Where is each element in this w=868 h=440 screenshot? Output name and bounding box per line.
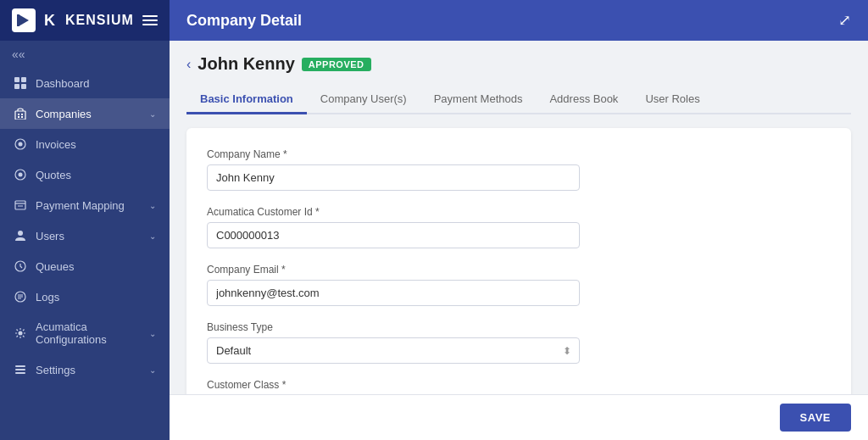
svg-rect-1 <box>17 14 19 26</box>
expand-icon[interactable]: ⤢ <box>838 11 851 30</box>
content-area: ‹ John Kenny APPROVED Basic Information … <box>170 41 868 394</box>
svg-point-14 <box>19 173 23 177</box>
sidebar-item-companies[interactable]: Companies ⌄ <box>0 98 170 129</box>
payment-mapping-icon <box>14 198 27 212</box>
company-name-input[interactable] <box>207 164 580 191</box>
main-area: Company Detail ⤢ ‹ John Kenny APPROVED B… <box>170 0 868 440</box>
sidebar-item-users-label: Users <box>36 230 141 242</box>
company-name-group: Company Name * <box>207 148 831 191</box>
svg-rect-15 <box>15 201 25 209</box>
acumatica-id-label: Acumatica Customer Id * <box>207 206 831 218</box>
sidebar-item-companies-label: Companies <box>36 108 141 120</box>
svg-rect-8 <box>21 114 23 115</box>
logo-icon <box>12 8 36 32</box>
svg-rect-2 <box>14 77 19 82</box>
sidebar: K KENSIUM «« Dashboard <box>0 0 170 440</box>
sidebar-item-users[interactable]: Users ⌄ <box>0 220 170 251</box>
tab-basic-information[interactable]: Basic Information <box>186 86 307 114</box>
company-name-label: Company Name * <box>207 148 831 160</box>
settings-chevron: ⌄ <box>149 365 156 375</box>
tab-company-users[interactable]: Company User(s) <box>307 86 420 114</box>
business-type-label: Business Type <box>207 321 831 333</box>
users-chevron: ⌄ <box>149 231 156 241</box>
svg-rect-6 <box>15 111 25 120</box>
logs-icon <box>14 290 27 304</box>
sidebar-item-logs[interactable]: Logs <box>0 281 170 312</box>
svg-point-18 <box>18 231 23 236</box>
customer-class-label: Customer Class * <box>207 379 831 391</box>
k-letter: K <box>44 12 55 30</box>
company-name-heading: John Kenny <box>198 54 294 74</box>
sidebar-item-payment-mapping-label: Payment Mapping <box>36 199 141 212</box>
company-email-group: Company Email * <box>207 264 831 306</box>
logo-text: KENSIUM <box>65 13 134 28</box>
tab-address-book[interactable]: Address Book <box>536 86 632 114</box>
sidebar-item-dashboard-label: Dashboard <box>36 77 156 90</box>
sidebar-header: K KENSIUM <box>0 0 170 41</box>
companies-chevron: ⌄ <box>149 109 156 119</box>
sidebar-item-dashboard[interactable]: Dashboard <box>0 68 170 98</box>
svg-rect-7 <box>18 114 19 115</box>
back-arrow[interactable]: ‹ <box>186 57 191 72</box>
sidebar-item-acumatica-label: Acumatica Configurations <box>36 320 141 346</box>
status-badge: APPROVED <box>302 58 371 71</box>
breadcrumb: ‹ John Kenny APPROVED <box>186 54 851 74</box>
svg-point-12 <box>19 142 23 147</box>
sidebar-item-queues[interactable]: Queues <box>0 251 170 281</box>
sidebar-item-payment-mapping[interactable]: Payment Mapping ⌄ <box>0 190 170 220</box>
svg-rect-4 <box>14 84 19 89</box>
sidebar-item-quotes[interactable]: Quotes <box>0 159 170 190</box>
svg-rect-10 <box>21 116 23 118</box>
acumatica-chevron: ⌄ <box>149 329 156 338</box>
companies-icon <box>14 107 27 120</box>
sidebar-nav: Dashboard Companies ⌄ <box>0 64 170 440</box>
svg-rect-5 <box>21 84 26 89</box>
company-email-label: Company Email * <box>207 264 831 276</box>
business-type-select-wrapper: Default Wholesale Retail <box>207 337 580 364</box>
svg-rect-27 <box>15 372 25 374</box>
sidebar-item-settings[interactable]: Settings ⌄ <box>0 354 170 385</box>
users-icon <box>14 229 27 242</box>
acumatica-icon <box>14 326 27 340</box>
sidebar-item-acumatica[interactable]: Acumatica Configurations ⌄ <box>0 312 170 354</box>
business-type-select[interactable]: Default Wholesale Retail <box>207 337 580 364</box>
business-type-group: Business Type Default Wholesale Retail <box>207 321 831 364</box>
sidebar-item-invoices-label: Invoices <box>36 138 156 151</box>
sidebar-collapse[interactable]: «« <box>0 41 170 64</box>
customer-class-group: Customer Class * Domestic Customers Inte… <box>207 379 831 394</box>
sidebar-item-logs-label: Logs <box>36 291 156 304</box>
form-card: Company Name * Acumatica Customer Id * C… <box>186 128 851 394</box>
sidebar-item-settings-label: Settings <box>36 364 141 376</box>
sidebar-item-invoices[interactable]: Invoices <box>0 129 170 159</box>
acumatica-id-group: Acumatica Customer Id * <box>207 206 831 248</box>
svg-rect-26 <box>15 369 25 370</box>
svg-rect-25 <box>15 365 25 367</box>
topbar: Company Detail ⤢ <box>170 0 868 41</box>
tab-payment-methods[interactable]: Payment Methods <box>420 86 537 114</box>
invoices-icon <box>14 137 27 151</box>
queues-icon <box>14 259 27 273</box>
save-bar: SAVE <box>170 394 868 440</box>
dashboard-icon <box>14 76 27 90</box>
hamburger-menu[interactable] <box>142 15 158 25</box>
svg-marker-0 <box>19 14 29 26</box>
svg-rect-9 <box>18 116 19 118</box>
payment-mapping-chevron: ⌄ <box>149 201 156 210</box>
svg-rect-3 <box>21 77 26 82</box>
settings-icon <box>14 363 27 376</box>
company-email-input[interactable] <box>207 280 580 306</box>
sidebar-item-quotes-label: Quotes <box>36 169 156 181</box>
page-title: Company Detail <box>186 12 302 30</box>
tabs: Basic Information Company User(s) Paymen… <box>186 86 851 114</box>
sidebar-item-queues-label: Queues <box>36 260 156 273</box>
acumatica-id-input[interactable] <box>207 222 580 248</box>
quotes-icon <box>14 168 27 181</box>
svg-point-24 <box>19 331 23 336</box>
tab-user-roles[interactable]: User Roles <box>632 86 713 114</box>
save-button[interactable]: SAVE <box>780 404 851 432</box>
